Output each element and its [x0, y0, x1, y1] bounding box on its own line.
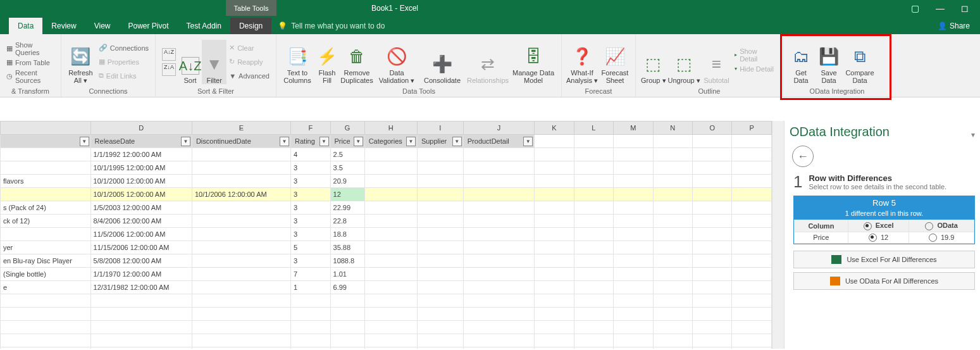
cell[interactable] [693, 215, 732, 228]
table-row[interactable]: 10/1/2005 12:00:00 AM10/1/2006 12:00:00 … [1, 188, 772, 201]
cell[interactable] [693, 308, 732, 321]
cell[interactable] [1, 334, 91, 347]
cell[interactable] [693, 321, 732, 334]
text-to-columns-button[interactable]: 📑Text to Columns [280, 40, 314, 84]
cell[interactable] [614, 175, 653, 188]
filter-dropdown-icon[interactable]: ▼ [523, 137, 533, 146]
cell[interactable]: 3 [291, 228, 330, 241]
cell[interactable] [417, 215, 463, 228]
cell[interactable] [1, 188, 91, 201]
cell[interactable]: yer [1, 241, 91, 254]
cell[interactable] [693, 334, 732, 347]
cell[interactable]: 22.8 [330, 215, 364, 228]
cell[interactable] [463, 347, 534, 349]
col-O[interactable]: O [693, 122, 732, 135]
col-D[interactable]: D [90, 122, 192, 135]
cell[interactable] [653, 308, 692, 321]
cell[interactable] [463, 241, 534, 254]
cell[interactable] [463, 175, 534, 188]
cell[interactable] [574, 294, 613, 308]
cell[interactable]: 2.5 [330, 148, 364, 161]
cell[interactable] [614, 268, 653, 281]
cell[interactable] [364, 308, 417, 321]
cell[interactable] [614, 254, 653, 268]
cell[interactable] [574, 254, 613, 268]
ungroup-button[interactable]: ⬚Ungroup ▾ [667, 40, 700, 84]
table-row[interactable]: s (Pack of 24)1/5/2003 12:00:00 AM322.99 [1, 201, 772, 215]
filter-dropdown-icon[interactable]: ▼ [406, 137, 416, 146]
cell[interactable]: 1/1/1992 12:00:00 AM [90, 148, 192, 161]
cell[interactable] [574, 334, 613, 347]
cell[interactable] [463, 215, 534, 228]
group-button[interactable]: ⬚Group ▾ [640, 40, 667, 84]
tab-powerpivot[interactable]: Power Pivot [120, 18, 178, 34]
cell[interactable] [1, 321, 91, 334]
cell[interactable] [463, 268, 534, 281]
cell[interactable] [463, 188, 534, 201]
cell[interactable] [535, 281, 574, 294]
col-G[interactable]: G [330, 122, 364, 135]
cell[interactable] [417, 148, 463, 161]
cell[interactable] [653, 241, 692, 254]
radio-odata-header[interactable] [925, 222, 933, 230]
cell[interactable] [1, 294, 91, 308]
cell[interactable]: 3 [291, 254, 330, 268]
cell[interactable] [364, 281, 417, 294]
cell[interactable] [463, 321, 534, 334]
cell[interactable]: ck of 12) [1, 215, 91, 228]
cell[interactable] [693, 161, 732, 175]
cell[interactable] [192, 308, 290, 321]
cell[interactable] [535, 268, 574, 281]
filter-dropdown-icon[interactable]: ▼ [80, 137, 89, 146]
cell[interactable] [463, 148, 534, 161]
tab-review[interactable]: Review [42, 18, 85, 34]
cell[interactable] [732, 241, 772, 254]
cell[interactable] [732, 215, 772, 228]
cell[interactable] [330, 308, 364, 321]
cell[interactable] [364, 175, 417, 188]
cell[interactable] [732, 308, 772, 321]
col-F[interactable]: F [291, 122, 330, 135]
odata-get-button[interactable]: 🗂Get Data [787, 40, 815, 84]
cell[interactable]: 3 [291, 175, 330, 188]
cell[interactable] [732, 188, 772, 201]
cell[interactable]: 11/15/2006 12:00:00 AM [90, 241, 192, 254]
cell[interactable] [574, 201, 613, 215]
filter-button[interactable]: ▼Filter [202, 40, 226, 84]
cell[interactable]: 18.8 [330, 228, 364, 241]
cell[interactable] [732, 294, 772, 308]
cell[interactable] [364, 241, 417, 254]
cell[interactable] [693, 188, 732, 201]
cell[interactable] [417, 334, 463, 347]
cell[interactable] [614, 281, 653, 294]
cell[interactable]: 12 [330, 188, 364, 201]
cell[interactable] [693, 281, 732, 294]
tellme-search[interactable]: 💡 Tell me what you want to do [271, 18, 391, 34]
cell[interactable] [291, 334, 330, 347]
cell[interactable] [614, 308, 653, 321]
radio-odata-value[interactable] [929, 234, 937, 242]
col-J[interactable]: J [463, 122, 534, 135]
cell[interactable] [463, 254, 534, 268]
cell[interactable] [614, 228, 653, 241]
cell[interactable] [192, 268, 290, 281]
cell[interactable] [614, 294, 653, 308]
table-row[interactable]: e12/31/1982 12:00:00 AM16.99 [1, 281, 772, 294]
cell[interactable]: 10/1/2006 12:00:00 AM [192, 188, 290, 201]
cell[interactable] [653, 294, 692, 308]
cell[interactable] [535, 254, 574, 268]
cell[interactable] [291, 347, 330, 349]
cell[interactable]: 12/31/1982 12:00:00 AM [90, 281, 192, 294]
cell[interactable] [614, 148, 653, 161]
cell[interactable] [535, 188, 574, 201]
cell[interactable] [535, 161, 574, 175]
cell[interactable] [693, 241, 732, 254]
cell[interactable] [574, 215, 613, 228]
use-excel-all-button[interactable]: Use Excel For All Differences [793, 251, 975, 268]
filter-dropdown-icon[interactable]: ▼ [319, 137, 329, 146]
cell[interactable] [463, 161, 534, 175]
cell[interactable]: 3 [291, 188, 330, 201]
cell[interactable] [614, 201, 653, 215]
table-row[interactable]: 1/1/1992 12:00:00 AM42.5 [1, 148, 772, 161]
cell[interactable] [535, 241, 574, 254]
